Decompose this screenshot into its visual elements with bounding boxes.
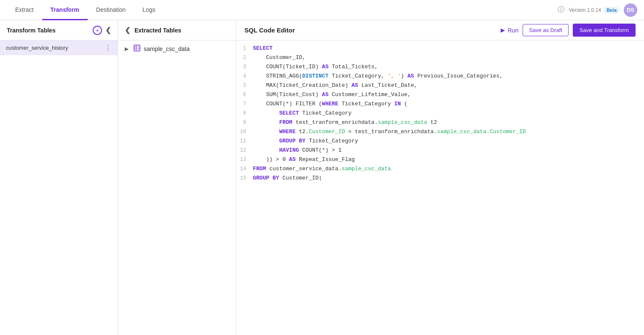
transform-table-item[interactable]: customer_service_history ⋮ xyxy=(0,40,118,55)
run-button[interactable]: ▶ Run xyxy=(501,27,518,34)
transform-panel-title: Transform Tables xyxy=(7,27,56,34)
add-table-button[interactable]: + xyxy=(93,26,102,35)
transform-panel-actions: + ❮ xyxy=(93,26,111,35)
code-line-3: 3 COUNT(Ticket_ID) AS Total_Tickets, xyxy=(236,62,644,72)
line-content: COUNT(Ticket_ID) AS Total_Tickets, xyxy=(253,62,644,72)
tab-transform[interactable]: Transform xyxy=(42,0,88,20)
collapse-extracted-button[interactable]: ❮ xyxy=(125,26,130,34)
line-content: STRING_AGG(DISTINCT Ticket_Category, ', … xyxy=(253,72,644,81)
transform-panel-header: Transform Tables + ❮ xyxy=(0,20,118,40)
expand-arrow-icon[interactable]: ▶ xyxy=(125,46,129,52)
tab-extract[interactable]: Extract xyxy=(7,0,42,20)
line-content: SELECT Ticket_Category xyxy=(253,109,644,118)
help-icon[interactable]: ⓘ xyxy=(558,5,564,14)
beta-badge: Beta xyxy=(604,7,620,13)
line-number: 13 xyxy=(236,155,253,164)
extracted-table-name: sample_csc_data xyxy=(144,46,190,52)
code-line-4: 4 STRING_AGG(DISTINCT Ticket_Category, '… xyxy=(236,72,644,81)
code-line-13: 13 )) > 0 AS Repeat_Issue_Flag xyxy=(236,155,644,164)
extracted-panel-title: Extracted Tables xyxy=(134,27,181,34)
line-number: 8 xyxy=(236,109,253,118)
line-content: FROM customer_service_data.sample_csc_da… xyxy=(253,164,644,174)
line-number: 15 xyxy=(236,174,253,183)
code-line-14: 14FROM customer_service_data.sample_csc_… xyxy=(236,164,644,174)
table-item-menu-icon[interactable]: ⋮ xyxy=(105,44,112,52)
line-number: 2 xyxy=(236,53,253,62)
transform-table-name: customer_service_history xyxy=(6,45,68,51)
line-number: 3 xyxy=(236,62,253,72)
line-number: 10 xyxy=(236,127,253,137)
line-number: 4 xyxy=(236,72,253,81)
line-number: 12 xyxy=(236,146,253,155)
line-content: Customer_ID, xyxy=(253,53,644,62)
line-content: )) > 0 AS Repeat_Issue_Flag xyxy=(253,155,644,164)
line-number: 6 xyxy=(236,90,253,99)
collapse-transform-button[interactable]: ❮ xyxy=(105,26,111,34)
line-content: FROM test_tranform_enrichdata.sample_csc… xyxy=(253,118,644,127)
save-draft-button[interactable]: Save as Draft xyxy=(523,24,569,36)
editor-panel: SQL Code Editor ▶ Run Save as Draft Save… xyxy=(236,20,644,335)
top-nav: Extract Transform Destination Logs ⓘ Ver… xyxy=(0,0,644,20)
main-layout: Transform Tables + ❮ customer_service_hi… xyxy=(0,20,644,335)
code-line-1: 1SELECT xyxy=(236,44,644,53)
save-transform-button[interactable]: Save and Transform xyxy=(573,24,636,37)
nav-tabs: Extract Transform Destination Logs xyxy=(7,0,558,20)
editor-actions: ▶ Run Save as Draft Save and Transform xyxy=(501,24,636,37)
line-number: 11 xyxy=(236,137,253,146)
line-number: 9 xyxy=(236,118,253,127)
table-grid-icon xyxy=(134,45,140,53)
line-content: SELECT xyxy=(253,44,644,53)
line-number: 5 xyxy=(236,81,253,90)
text-cursor xyxy=(319,175,322,181)
line-content: HAVING COUNT(*) > 1 xyxy=(253,146,644,155)
line-content: SUM(Ticket_Cost) AS Customer_Lifetime_Va… xyxy=(253,90,644,99)
transform-panel: Transform Tables + ❮ customer_service_hi… xyxy=(0,20,118,335)
line-content: MAX(Ticket_Creation_Date) AS Last_Ticket… xyxy=(253,81,644,90)
version-badge: Version 1.0.14 Beta xyxy=(569,7,620,13)
code-line-5: 5 MAX(Ticket_Creation_Date) AS Last_Tick… xyxy=(236,81,644,90)
extracted-panel-header: ❮ Extracted Tables xyxy=(118,20,236,40)
code-line-8: 8 SELECT Ticket_Category xyxy=(236,109,644,118)
line-content: COUNT(*) FILTER (WHERE Ticket_Category I… xyxy=(253,99,644,109)
line-content: GROUP BY Ticket_Category xyxy=(253,137,644,146)
code-line-11: 11 GROUP BY Ticket_Category xyxy=(236,137,644,146)
code-line-7: 7 COUNT(*) FILTER (WHERE Ticket_Category… xyxy=(236,99,644,109)
line-number: 7 xyxy=(236,99,253,109)
code-line-9: 9 FROM test_tranform_enrichdata.sample_c… xyxy=(236,118,644,127)
avatar[interactable]: DS xyxy=(624,3,637,17)
code-line-2: 2 Customer_ID, xyxy=(236,53,644,62)
tab-logs[interactable]: Logs xyxy=(134,0,164,20)
line-content: WHERE t2.Customer_ID = test_tranform_enr… xyxy=(253,127,644,137)
nav-right-controls: ⓘ Version 1.0.14 Beta DS xyxy=(558,3,637,17)
editor-header: SQL Code Editor ▶ Run Save as Draft Save… xyxy=(236,20,644,40)
editor-title: SQL Code Editor xyxy=(244,27,295,34)
svg-rect-0 xyxy=(134,45,140,51)
code-line-6: 6 SUM(Ticket_Cost) AS Customer_Lifetime_… xyxy=(236,90,644,99)
tab-destination[interactable]: Destination xyxy=(88,0,134,20)
sql-code-editor[interactable]: 1SELECT2 Customer_ID,3 COUNT(Ticket_ID) … xyxy=(236,40,644,335)
extracted-table-item[interactable]: ▶ sample_csc_data xyxy=(118,40,236,57)
line-number: 1 xyxy=(236,44,253,53)
line-number: 14 xyxy=(236,164,253,174)
line-content: GROUP BY Customer_ID xyxy=(253,174,644,183)
code-line-12: 12 HAVING COUNT(*) > 1 xyxy=(236,146,644,155)
code-line-15: 15GROUP BY Customer_ID xyxy=(236,174,644,183)
code-line-10: 10 WHERE t2.Customer_ID = test_tranform_… xyxy=(236,127,644,137)
extracted-panel: ❮ Extracted Tables ▶ sample_csc_data xyxy=(118,20,236,335)
run-play-icon: ▶ xyxy=(501,27,505,33)
